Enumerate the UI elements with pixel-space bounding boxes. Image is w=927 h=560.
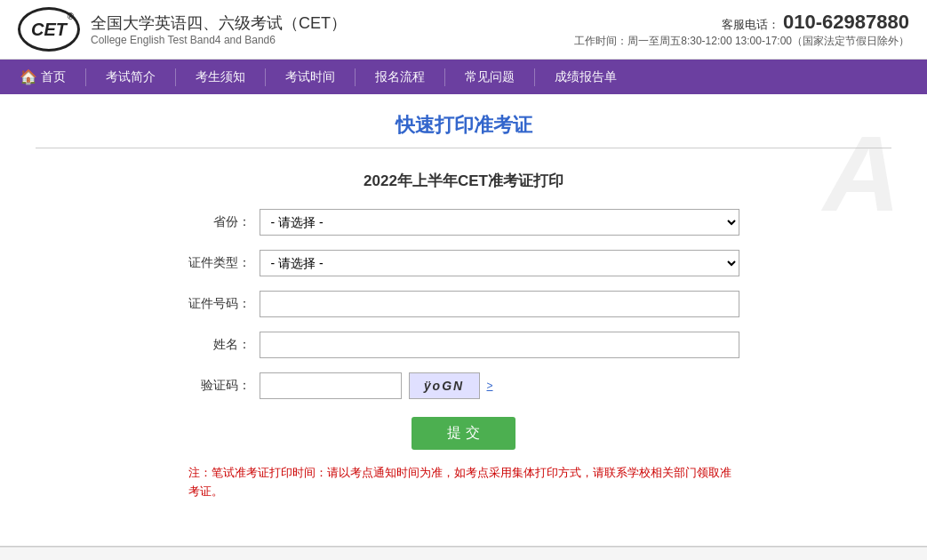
province-control: - 请选择 -: [260, 209, 739, 236]
province-row: 省份： - 请选择 -: [188, 209, 739, 236]
name-input[interactable]: [260, 332, 739, 358]
id-number-control: [260, 291, 739, 317]
form-subtitle: 2022年上半年CET准考证打印: [188, 171, 739, 191]
page-title: 快速打印准考证: [36, 112, 891, 139]
province-label: 省份：: [188, 214, 260, 230]
main-content: A 快速打印准考证 2022年上半年CET准考证打印 省份： - 请选择 - 证…: [0, 94, 927, 528]
captcha-label: 验证码：: [188, 378, 260, 394]
nav-faq[interactable]: 常见问题: [445, 60, 534, 94]
home-icon: 🏠: [20, 68, 37, 85]
captcha-input-group: ÿoGN >: [260, 372, 739, 399]
nav-register-label: 报名流程: [375, 69, 425, 85]
province-select[interactable]: - 请选择 -: [260, 209, 739, 236]
cet-logo: CET: [18, 7, 80, 52]
page-divider: [36, 148, 891, 148]
nav-time[interactable]: 考试时间: [266, 60, 355, 94]
id-type-select[interactable]: - 请选择 -: [260, 250, 739, 276]
submit-button[interactable]: 提 交: [412, 417, 515, 450]
nav-time-label: 考试时间: [285, 69, 335, 85]
nav-notice-label: 考生须知: [196, 69, 245, 85]
captcha-image[interactable]: ÿoGN: [409, 372, 480, 399]
note-text: 注：笔试准考证打印时间：请以考点通知时间为准，如考点采用集体打印方式，请联系学校…: [188, 464, 739, 501]
nav-report[interactable]: 成绩报告单: [535, 60, 636, 94]
form-section: 2022年上半年CET准考证打印 省份： - 请选择 - 证件类型： - 请选择…: [188, 171, 739, 501]
header: CET 全国大学英语四、六级考试（CET） College English Te…: [0, 0, 927, 60]
id-type-row: 证件类型： - 请选择 -: [188, 250, 739, 276]
nav-register[interactable]: 报名流程: [356, 60, 444, 94]
header-left: CET 全国大学英语四、六级考试（CET） College English Te…: [18, 7, 347, 52]
main-nav: 🏠 首页 考试简介 考生须知 考试时间 报名流程 常见问题 成绩报告单: [0, 60, 927, 94]
id-number-input[interactable]: [260, 291, 739, 317]
captcha-control: ÿoGN >: [260, 372, 739, 399]
phone-number: 010-62987880: [783, 11, 909, 33]
captcha-row: 验证码： ÿoGN >: [188, 372, 739, 399]
id-number-row: 证件号码：: [188, 291, 739, 317]
nav-faq-label: 常见问题: [465, 69, 515, 85]
nav-home[interactable]: 🏠 首页: [0, 60, 85, 94]
name-control: [260, 332, 739, 358]
nav-home-label: 首页: [41, 69, 66, 85]
nav-report-label: 成绩报告单: [555, 69, 617, 85]
nav-intro-label: 考试简介: [106, 69, 156, 85]
captcha-input[interactable]: [260, 372, 402, 399]
nav-intro[interactable]: 考试简介: [86, 60, 175, 94]
id-type-control: - 请选择 -: [260, 250, 739, 276]
header-title: 全国大学英语四、六级考试（CET） College English Test B…: [91, 12, 347, 46]
working-hours: 工作时间：周一至周五8:30-12:00 13:00-17:00（国家法定节假日…: [574, 34, 909, 49]
footer: Copyright ©2022 教育部教育考试院版权所有 保留所有权利 京ICP…: [0, 547, 927, 560]
id-type-label: 证件类型：: [188, 255, 260, 271]
name-label: 姓名：: [188, 337, 260, 353]
id-number-label: 证件号码：: [188, 296, 260, 312]
captcha-refresh[interactable]: >: [487, 380, 493, 392]
name-row: 姓名：: [188, 332, 739, 358]
header-contact: 客服电话： 010-62987880 工作时间：周一至周五8:30-12:00 …: [574, 11, 909, 49]
service-label: 客服电话：: [722, 18, 779, 31]
header-title-main: 全国大学英语四、六级考试（CET）: [91, 12, 347, 34]
nav-notice[interactable]: 考生须知: [176, 60, 265, 94]
submit-row: 提 交: [188, 417, 739, 450]
header-title-sub: College English Test Band4 and Band6: [91, 34, 347, 46]
